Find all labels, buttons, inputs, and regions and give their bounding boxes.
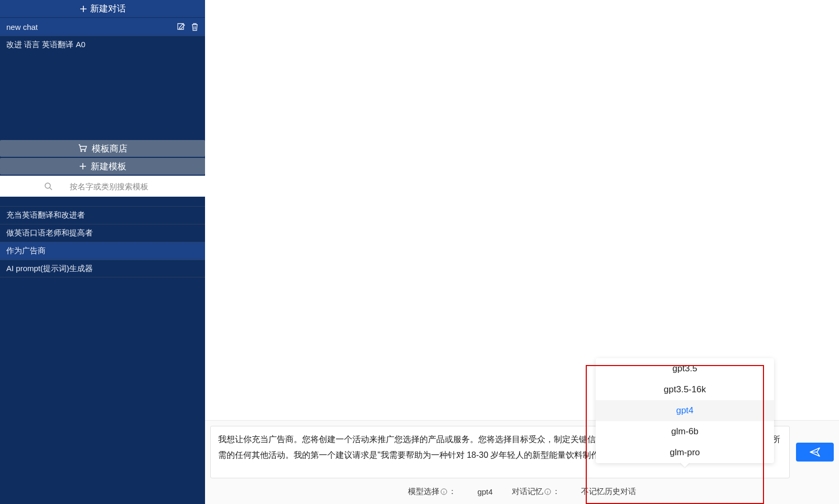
- template-search-box: [0, 176, 205, 197]
- memory-control[interactable]: 对话记忆 i ： 不记忆历史对话: [512, 487, 636, 497]
- template-item-label: 作为广告商: [6, 246, 46, 256]
- template-item[interactable]: 充当英语翻译和改进者: [0, 206, 205, 224]
- memory-label: 对话记忆: [512, 487, 543, 497]
- plus-icon: [79, 163, 87, 170]
- dropdown-option[interactable]: gpt3.5-16k: [596, 379, 774, 400]
- template-item-label: 做英语口语老师和提高者: [6, 228, 93, 238]
- chat-item-label: new chat: [6, 23, 38, 31]
- edit-icon[interactable]: [177, 23, 186, 31]
- memory-value[interactable]: 不记忆历史对话: [581, 487, 636, 497]
- model-select-value[interactable]: gpt4: [477, 487, 492, 496]
- plus-icon: [80, 5, 87, 13]
- chat-content: [205, 0, 839, 420]
- dropdown-option[interactable]: glm-6b: [596, 421, 774, 442]
- template-store-button[interactable]: 模板商店: [0, 140, 205, 157]
- dropdown-option[interactable]: glm-pro: [596, 442, 774, 463]
- chat-item[interactable]: new chat: [0, 18, 205, 36]
- template-item[interactable]: 作为广告商: [0, 242, 205, 260]
- template-store-label: 模板商店: [92, 143, 127, 155]
- trash-icon[interactable]: [191, 23, 199, 31]
- new-chat-label: 新建对话: [90, 3, 126, 15]
- template-item[interactable]: AI prompt(提示词)生成器: [0, 260, 205, 277]
- colon: ：: [552, 487, 560, 497]
- send-icon: [809, 446, 821, 458]
- model-dropdown: gpt3.5 gpt3.5-16k gpt4 glm-6b glm-pro: [596, 358, 774, 463]
- new-template-button[interactable]: 新建模板: [0, 158, 205, 175]
- svg-text:i: i: [547, 490, 548, 495]
- cart-icon: [78, 144, 88, 153]
- dropdown-option[interactable]: gpt4: [596, 400, 774, 421]
- dropdown-arrow-icon: [680, 463, 690, 467]
- search-icon: [44, 182, 52, 190]
- chat-item[interactable]: 改进 语言 英语翻译 A0: [0, 36, 205, 53]
- send-button[interactable]: [796, 443, 834, 462]
- template-item-label: 充当英语翻译和改进者: [6, 210, 85, 220]
- new-template-label: 新建模板: [91, 160, 126, 173]
- template-item-label: AI prompt(提示词)生成器: [6, 264, 93, 274]
- model-select-label: 模型选择: [408, 487, 439, 497]
- svg-text:i: i: [444, 490, 445, 495]
- model-select-control[interactable]: 模型选择 i ： gpt4: [408, 487, 492, 497]
- sidebar: 新建对话 new chat 改进 语言 英语翻译 A0 模板商店 新建模板 充当…: [0, 0, 205, 504]
- svg-point-0: [45, 183, 50, 188]
- dropdown-option[interactable]: gpt3.5: [596, 358, 774, 379]
- template-list: 充当英语翻译和改进者 做英语口语老师和提高者 作为广告商 AI prompt(提…: [0, 206, 205, 277]
- chat-item-label: 改进 语言 英语翻译 A0: [6, 40, 85, 50]
- chat-list: new chat 改进 语言 英语翻译 A0: [0, 18, 205, 53]
- info-icon: i: [544, 488, 551, 495]
- info-icon: i: [440, 488, 447, 495]
- template-search-input[interactable]: [57, 182, 162, 191]
- colon: ：: [448, 487, 456, 497]
- template-item[interactable]: 做英语口语老师和提高者: [0, 224, 205, 242]
- new-chat-button[interactable]: 新建对话: [0, 0, 205, 18]
- main-area: gpt3.5 gpt3.5-16k gpt4 glm-6b glm-pro 我想…: [205, 0, 839, 504]
